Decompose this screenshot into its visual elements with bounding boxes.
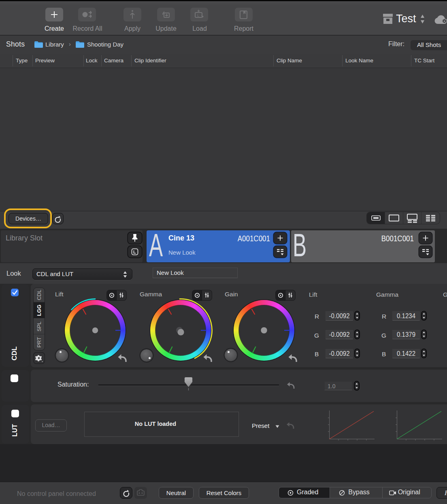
svg-text:L: L — [197, 13, 199, 17]
